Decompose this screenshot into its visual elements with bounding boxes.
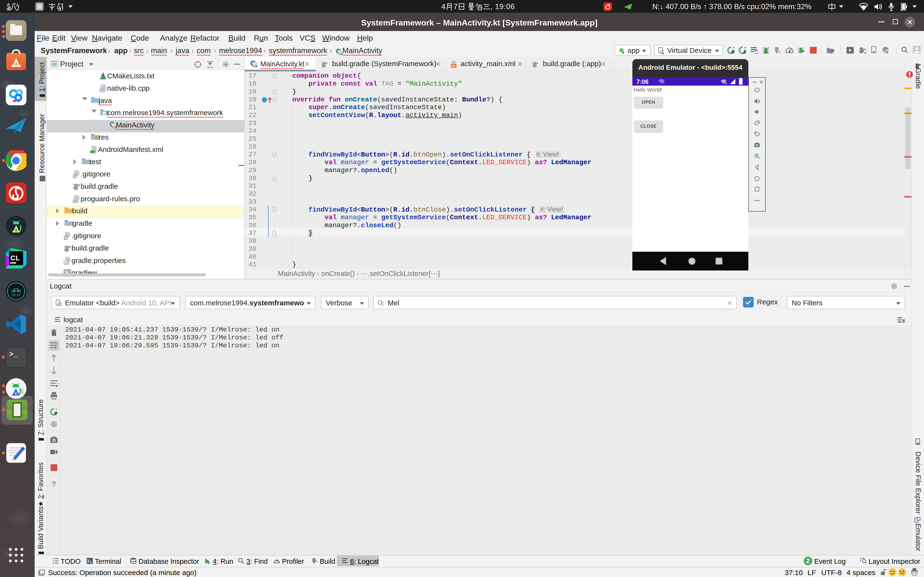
svg-text:MF: MF: [90, 150, 95, 154]
svg-text:<>: <>: [451, 64, 455, 68]
svg-text:C++: C++: [100, 89, 105, 92]
svg-text:A: A: [743, 50, 746, 54]
svg-text:?: ?: [663, 81, 664, 85]
svg-text:CL: CL: [10, 254, 20, 262]
